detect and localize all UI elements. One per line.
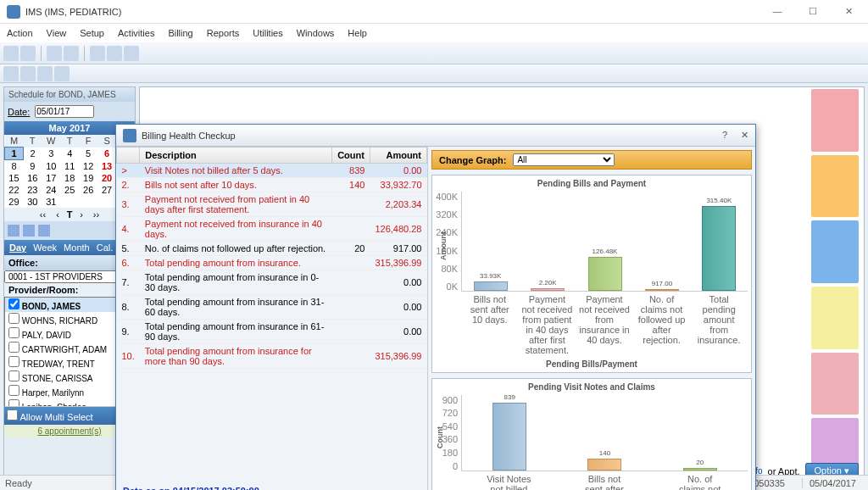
calendar-day[interactable]: 25: [60, 184, 79, 196]
calendar-day[interactable]: 8: [5, 160, 24, 173]
table-row[interactable]: 8.Total pending amount from insurance in…: [117, 295, 427, 320]
toolbar-icon[interactable]: [124, 46, 139, 61]
toolbar-icon[interactable]: [90, 46, 105, 61]
schedule-slot[interactable]: [811, 287, 859, 349]
zoom-out-icon[interactable]: [8, 225, 19, 237]
app-icon: [7, 5, 20, 19]
table-row[interactable]: 6.Total pending amount from insurance.31…: [117, 256, 427, 270]
toolbar-icon[interactable]: [47, 46, 62, 61]
tab-cal[interactable]: Cal.: [95, 242, 115, 253]
calendar-day[interactable]: 6: [97, 148, 116, 160]
table-row[interactable]: 10.Total pending amount from insurance f…: [117, 344, 427, 369]
table-row[interactable]: 3.Payment not received from patient in 4…: [117, 192, 427, 217]
pending-bills-chart: Pending Bills and Payment Amount 400K320…: [431, 175, 752, 373]
menu-setup[interactable]: Setup: [80, 28, 104, 38]
tab-month[interactable]: Month: [62, 242, 92, 253]
menu-action[interactable]: Action: [7, 28, 33, 38]
main-toolbar: [0, 42, 868, 64]
change-graph-label: Change Graph:: [439, 155, 506, 165]
calendar-day[interactable]: 10: [42, 160, 60, 173]
nav-toolbar: [0, 64, 868, 83]
calendar-day[interactable]: 13: [97, 160, 116, 173]
modal-close-button[interactable]: ✕: [741, 130, 748, 141]
toolbar-icon[interactable]: [3, 46, 19, 61]
schedule-header: Schedule for BOND, JAMES: [4, 87, 135, 102]
toolbar-icon[interactable]: [20, 46, 36, 61]
pending-visits-chart: Pending Visit Notes and Claims Count 900…: [431, 378, 752, 490]
schedule-slot[interactable]: [811, 353, 859, 415]
calendar-day[interactable]: 2: [23, 148, 42, 160]
date-input[interactable]: [35, 105, 94, 118]
calendar-day[interactable]: 5: [79, 148, 97, 160]
zoom-in-icon[interactable]: [23, 225, 35, 237]
modal-title: Billing Health Checkup: [142, 131, 722, 141]
nav-last-icon[interactable]: [54, 66, 70, 81]
status-ready: Ready: [5, 478, 32, 488]
calendar-day[interactable]: 27: [97, 184, 116, 196]
schedule-slot[interactable]: [811, 89, 859, 152]
view-icon[interactable]: [38, 225, 50, 237]
table-row[interactable]: 2.Bills not sent after 10 days.14033,932…: [117, 178, 427, 192]
billing-table: DescriptionCountAmount> Visit Notes not …: [116, 147, 427, 482]
calendar-day[interactable]: 16: [23, 172, 42, 184]
menu-utilities[interactable]: Utilities: [253, 28, 282, 38]
schedule-slot[interactable]: [811, 155, 859, 218]
app-title: IMS (IMS, PEDIATRIC): [25, 7, 765, 17]
menu-windows[interactable]: Windows: [297, 28, 335, 38]
tab-day[interactable]: Day: [8, 242, 28, 253]
calendar-day[interactable]: 31: [42, 196, 60, 208]
menu-reports[interactable]: Reports: [207, 28, 240, 38]
calendar-day[interactable]: 29: [5, 196, 24, 208]
menubar: Action View Setup Activities Billing Rep…: [0, 24, 868, 42]
calendar-day[interactable]: 22: [5, 184, 24, 196]
calendar-day[interactable]: 20: [97, 172, 116, 184]
menu-activities[interactable]: Activities: [118, 28, 154, 38]
menu-view[interactable]: View: [47, 28, 67, 38]
calendar-day[interactable]: 9: [23, 160, 42, 173]
minimize-button[interactable]: —: [765, 6, 790, 17]
calendar-day[interactable]: 23: [23, 184, 42, 196]
table-row[interactable]: 5.No. of claims not followed up after re…: [117, 242, 427, 256]
calendar-day[interactable]: 18: [60, 172, 79, 184]
calendar-day[interactable]: 30: [23, 196, 42, 208]
table-row[interactable]: 9.Total pending amount from insurance in…: [117, 320, 427, 344]
data-date: Data as on 04/15/2017 03:50:00: [116, 482, 427, 490]
calendar-day[interactable]: 12: [79, 160, 97, 173]
calendar-day[interactable]: 4: [60, 148, 79, 160]
allow-multi-select[interactable]: Allow Multi Select: [7, 412, 93, 422]
modal-help-button[interactable]: ?: [722, 130, 727, 141]
table-row[interactable]: > Visit Notes not billed after 5 days.83…: [117, 164, 427, 178]
close-window-button[interactable]: ✕: [836, 6, 861, 17]
menu-billing[interactable]: Billing: [168, 28, 192, 38]
table-row[interactable]: 4.Payment not received from insurance in…: [117, 217, 427, 242]
billing-health-modal: Billing Health Checkup ? ✕ DescriptionCo…: [115, 124, 756, 490]
nav-next-icon[interactable]: [37, 66, 53, 81]
change-graph-select[interactable]: All: [513, 153, 615, 166]
maximize-button[interactable]: ☐: [800, 6, 826, 17]
modal-icon: [123, 129, 136, 142]
calendar-day[interactable]: 11: [60, 160, 79, 173]
date-label: Date:: [8, 107, 30, 117]
calendar-day[interactable]: 15: [5, 172, 24, 184]
tab-week[interactable]: Week: [31, 242, 58, 253]
calendar-day[interactable]: 3: [42, 148, 60, 160]
toolbar-icon[interactable]: [64, 46, 79, 61]
window-titlebar: IMS (IMS, PEDIATRIC) — ☐ ✕: [0, 0, 868, 24]
status-date: 05/04/2017: [802, 478, 863, 488]
nav-first-icon[interactable]: [3, 66, 19, 81]
calendar-day[interactable]: 17: [42, 172, 60, 184]
schedule-slot[interactable]: [811, 220, 859, 283]
calendar-day[interactable]: 24: [42, 184, 60, 196]
menu-help[interactable]: Help: [348, 28, 367, 38]
toolbar-icon[interactable]: [107, 46, 122, 61]
table-row[interactable]: 7.Total pending amount from insurance in…: [117, 270, 427, 295]
calendar-day[interactable]: 19: [79, 172, 97, 184]
calendar-day[interactable]: 26: [79, 184, 97, 196]
nav-prev-icon[interactable]: [20, 66, 36, 81]
calendar-day[interactable]: 1: [5, 148, 24, 160]
